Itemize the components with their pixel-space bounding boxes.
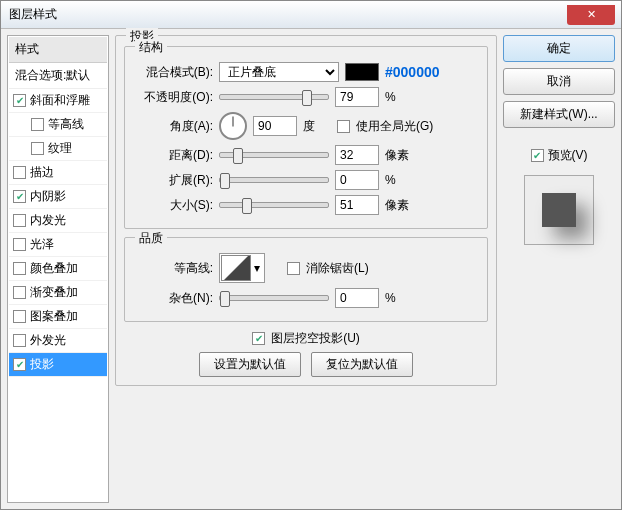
sidebar-item-10[interactable]: 外发光 [9, 329, 107, 353]
sidebar-checkbox-4[interactable] [13, 190, 26, 203]
preview-section: 预览(V) [503, 142, 615, 245]
noise-label: 杂色(N): [133, 290, 213, 307]
quality-group: 品质 等高线: ▾ 消除锯齿(L) 杂色(N): [124, 237, 488, 322]
sidebar-item-0[interactable]: 斜面和浮雕 [9, 89, 107, 113]
contour-picker[interactable]: ▾ [219, 253, 265, 283]
sidebar-label-2: 纹理 [48, 140, 72, 157]
spread-label: 扩展(R): [133, 172, 213, 189]
chevron-down-icon: ▾ [251, 261, 263, 275]
angle-dial[interactable] [219, 112, 247, 140]
sidebar-label-6: 光泽 [30, 236, 54, 253]
make-default-button[interactable]: 设置为默认值 [199, 352, 301, 377]
sidebar-label-5: 内发光 [30, 212, 66, 229]
blending-options-item[interactable]: 混合选项:默认 [9, 63, 107, 89]
sidebar-checkbox-11[interactable] [13, 358, 26, 371]
sidebar-label-0: 斜面和浮雕 [30, 92, 90, 109]
knockout-label: 图层挖空投影(U) [271, 330, 360, 347]
px-unit-2: 像素 [385, 197, 413, 214]
percent-unit-2: % [385, 173, 413, 187]
global-light-label: 使用全局光(G) [356, 118, 433, 135]
window-title: 图层样式 [9, 6, 57, 23]
distance-input[interactable]: 32 [335, 145, 379, 165]
sidebar-item-9[interactable]: 图案叠加 [9, 305, 107, 329]
titlebar: 图层样式 ✕ [1, 1, 621, 29]
angle-label: 角度(A): [133, 118, 213, 135]
sidebar-label-10: 外发光 [30, 332, 66, 349]
size-label: 大小(S): [133, 197, 213, 214]
contour-thumb-icon [221, 255, 251, 281]
sidebar-label-1: 等高线 [48, 116, 84, 133]
preview-label: 预览(V) [548, 147, 588, 164]
shadow-color-swatch[interactable] [345, 63, 379, 81]
angle-input[interactable]: 90 [253, 116, 297, 136]
close-button[interactable]: ✕ [567, 5, 615, 25]
sidebar-item-1[interactable]: 等高线 [9, 113, 107, 137]
percent-unit: % [385, 90, 413, 104]
new-style-button[interactable]: 新建样式(W)... [503, 101, 615, 128]
preview-checkbox[interactable] [531, 149, 544, 162]
percent-unit-3: % [385, 291, 413, 305]
reset-default-button[interactable]: 复位为默认值 [311, 352, 413, 377]
sidebar-item-8[interactable]: 渐变叠加 [9, 281, 107, 305]
distance-slider[interactable] [219, 152, 329, 158]
style-list-header[interactable]: 样式 [9, 37, 107, 63]
sidebar-checkbox-5[interactable] [13, 214, 26, 227]
distance-label: 距离(D): [133, 147, 213, 164]
sidebar-checkbox-3[interactable] [13, 166, 26, 179]
sidebar-checkbox-7[interactable] [13, 262, 26, 275]
size-input[interactable]: 51 [335, 195, 379, 215]
sidebar-checkbox-2[interactable] [31, 142, 44, 155]
sidebar-checkbox-8[interactable] [13, 286, 26, 299]
sidebar-checkbox-6[interactable] [13, 238, 26, 251]
sidebar-item-5[interactable]: 内发光 [9, 209, 107, 233]
contour-label: 等高线: [133, 260, 213, 277]
drop-shadow-fieldset: 投影 结构 混合模式(B): 正片叠底 #000000 不透明度(O): 79 … [115, 35, 497, 386]
hex-readout: #000000 [385, 64, 440, 80]
structure-group: 结构 混合模式(B): 正片叠底 #000000 不透明度(O): 79 % [124, 46, 488, 229]
px-unit: 像素 [385, 147, 413, 164]
blend-mode-select[interactable]: 正片叠底 [219, 62, 339, 82]
cancel-button[interactable]: 取消 [503, 68, 615, 95]
size-slider[interactable] [219, 202, 329, 208]
noise-input[interactable]: 0 [335, 288, 379, 308]
preview-thumbnail [524, 175, 594, 245]
opacity-label: 不透明度(O): [133, 89, 213, 106]
sidebar-checkbox-0[interactable] [13, 94, 26, 107]
sidebar-checkbox-10[interactable] [13, 334, 26, 347]
sidebar-item-2[interactable]: 纹理 [9, 137, 107, 161]
angle-unit: 度 [303, 118, 331, 135]
sidebar-checkbox-9[interactable] [13, 310, 26, 323]
antialias-checkbox[interactable] [287, 262, 300, 275]
sidebar-label-9: 图案叠加 [30, 308, 78, 325]
sidebar-item-6[interactable]: 光泽 [9, 233, 107, 257]
noise-slider[interactable] [219, 295, 329, 301]
content: 样式 混合选项:默认 斜面和浮雕等高线纹理描边内阴影内发光光泽颜色叠加渐变叠加图… [1, 29, 621, 509]
sidebar-item-3[interactable]: 描边 [9, 161, 107, 185]
antialias-label: 消除锯齿(L) [306, 260, 369, 277]
sidebar-label-7: 颜色叠加 [30, 260, 78, 277]
knockout-checkbox[interactable] [252, 332, 265, 345]
right-column: 确定 取消 新建样式(W)... 预览(V) [503, 35, 615, 503]
sidebar-label-4: 内阴影 [30, 188, 66, 205]
sidebar-item-7[interactable]: 颜色叠加 [9, 257, 107, 281]
opacity-input[interactable]: 79 [335, 87, 379, 107]
layer-style-dialog: 图层样式 ✕ 样式 混合选项:默认 斜面和浮雕等高线纹理描边内阴影内发光光泽颜色… [0, 0, 622, 510]
sidebar-label-8: 渐变叠加 [30, 284, 78, 301]
global-light-checkbox[interactable] [337, 120, 350, 133]
spread-input[interactable]: 0 [335, 170, 379, 190]
sidebar-checkbox-1[interactable] [31, 118, 44, 131]
sidebar-label-3: 描边 [30, 164, 54, 181]
sidebar-item-11[interactable]: 投影 [9, 353, 107, 377]
style-list: 样式 混合选项:默认 斜面和浮雕等高线纹理描边内阴影内发光光泽颜色叠加渐变叠加图… [7, 35, 109, 503]
opacity-slider[interactable] [219, 94, 329, 100]
structure-legend: 结构 [135, 39, 167, 56]
sidebar-label-11: 投影 [30, 356, 54, 373]
main-panel: 投影 结构 混合模式(B): 正片叠底 #000000 不透明度(O): 79 … [115, 35, 497, 503]
quality-legend: 品质 [135, 230, 167, 247]
preview-swatch-icon [542, 193, 576, 227]
spread-slider[interactable] [219, 177, 329, 183]
blend-mode-label: 混合模式(B): [133, 64, 213, 81]
ok-button[interactable]: 确定 [503, 35, 615, 62]
sidebar-item-4[interactable]: 内阴影 [9, 185, 107, 209]
